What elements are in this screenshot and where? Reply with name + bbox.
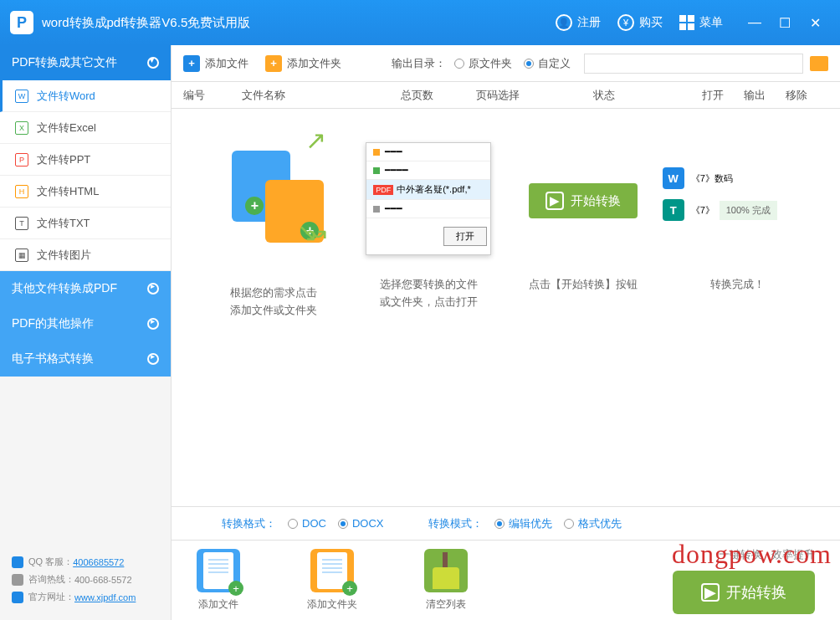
add-file-big-button[interactable]: + 添加文件 [197,549,240,612]
radio-format-priority[interactable]: 格式优先 [564,516,622,531]
play-icon: ▶ [545,192,564,210]
th-remove: 移除 [786,88,827,103]
chevron-down-icon [147,57,159,69]
app-logo-icon: P [10,11,33,34]
browse-folder-button[interactable] [810,56,828,71]
content-area: ++ 根据您的需求点击 添加文件或文件夹 ↝ ━━━ ━━━━ PDF中外著名疑… [172,109,840,506]
qq-link[interactable]: 4006685572 [73,557,124,567]
qq-support: QQ 客服：4006685572 [12,556,159,568]
minimize-button[interactable]: — [740,15,770,30]
main-panel: +添加文件 +添加文件夹 输出目录： 原文件夹 自定义 编号 文件名称 总页数 … [171,45,840,620]
step-3: ▶开始转换 点击【开始转换】按钮 ↘ [508,142,658,294]
format-label: 转换格式： [222,516,276,531]
word-icon: W [663,167,684,189]
step-2: ━━━ ━━━━ PDF中外著名疑(*.pdf,* ━━━ 打开 选择您要转换的… [353,142,504,311]
plus-icon: + [228,581,243,596]
open-button-mock: 打开 [443,227,487,246]
close-button[interactable]: ✕ [800,15,830,31]
step-1: ++ 根据您的需求点击 添加文件或文件夹 ↝ [198,142,349,320]
sidebar: PDF转换成其它文件 W文件转Word X文件转Excel P文件转PPT H文… [0,45,171,620]
sidebar-item-image[interactable]: ▦文件转图片 [0,239,171,271]
radio-original[interactable]: 原文件夹 [454,56,512,71]
arrow-icon: ↗ [305,126,326,155]
category-pdf-to-other[interactable]: PDF转换成其它文件 [0,45,171,80]
excel-icon: X [15,121,28,135]
image-icon: ▦ [15,249,28,262]
options-bar: 转换格式： DOC DOCX 转换模式： 编辑优先 格式优先 [172,506,840,540]
table-header: 编号 文件名称 总页数 页码选择 状态 打开 输出 移除 [172,82,840,109]
tagline: 一键转换 效率提升 [673,547,815,562]
play-icon: ▶ [701,583,720,602]
html-icon: H [15,185,28,198]
th-filename: 文件名称 [242,88,401,103]
buy-button[interactable]: ¥购买 [617,14,663,31]
add-folder-button[interactable]: +添加文件夹 [265,55,341,72]
sidebar-item-word[interactable]: W文件转Word [0,80,171,112]
clear-list-button[interactable]: 清空列表 [424,549,468,612]
register-button[interactable]: 👤注册 [556,14,601,31]
category-other-to-pdf[interactable]: 其他文件转换成PDF [0,271,171,306]
th-output: 输出 [744,88,786,103]
step-4: W《7》数码 T《7》100% 完成 转换完成！ [663,142,813,294]
radio-doc[interactable]: DOC [288,517,326,530]
radio-edit-priority[interactable]: 编辑优先 [494,516,552,531]
th-status: 状态 [593,88,702,103]
maximize-button[interactable]: ☐ [770,15,800,31]
start-convert-mock: ▶开始转换 [529,183,638,218]
th-pagesel: 页码选择 [476,88,593,103]
plus-icon: + [183,55,200,72]
sidebar-item-excel[interactable]: X文件转Excel [0,112,171,144]
grid-icon [679,15,694,30]
result-item: T《7》100% 完成 [663,199,813,221]
radio-custom[interactable]: 自定义 [524,56,571,71]
sidebar-item-ppt[interactable]: P文件转PPT [0,144,171,176]
th-open: 打开 [702,88,744,103]
toolbar: +添加文件 +添加文件夹 输出目录： 原文件夹 自定义 [172,45,840,82]
sidebar-item-html[interactable]: H文件转HTML [0,176,171,208]
step4-text: 转换完成！ [663,276,813,294]
qq-icon [12,556,23,568]
start-convert-button[interactable]: ▶开始转换 [673,571,815,614]
app-title: word转换成pdf转换器V6.5免费试用版 [42,15,556,31]
bottom-bar: + 添加文件 + 添加文件夹 清空列表 一键转换 效率提升 ▶开始转换 dong… [172,540,840,620]
ppt-icon: P [15,153,28,167]
mode-label: 转换模式： [428,516,483,531]
menu-button[interactable]: 菜单 [679,15,723,30]
chevron-right-icon [147,283,159,295]
file-dialog-mock: ━━━ ━━━━ PDF中外著名疑(*.pdf,* ━━━ 打开 [366,142,491,255]
step1-text: 根据您的需求点击 添加文件或文件夹 [198,284,349,320]
plus-icon: + [342,581,357,596]
step2-text: 选择您要转换的文件 或文件夹，点击打开 [353,276,504,311]
website-link[interactable]: www.xjpdf.com [74,592,136,602]
word-icon: W [15,90,28,103]
add-folder-big-button[interactable]: + 添加文件夹 [307,549,357,612]
footer-info: QQ 客服：4006685572 咨询热线：400-668-5572 官方网址：… [0,544,171,620]
step3-text: 点击【开始转换】按钮 [508,276,658,294]
phone-support: 咨询热线：400-668-5572 [12,573,159,586]
chevron-right-icon [147,318,159,330]
titlebar: P word转换成pdf转换器V6.5免费试用版 👤注册 ¥购买 菜单 — ☐ … [0,0,840,45]
th-index: 编号 [183,88,242,103]
txt-icon: T [15,217,28,230]
output-path-input[interactable] [584,54,803,74]
phone-icon [12,574,23,586]
website: 官方网址：www.xjpdf.com [12,591,159,603]
th-pages: 总页数 [401,88,476,103]
globe-icon [12,592,23,603]
arrow-icon: ↘ [297,218,318,247]
txt-icon: T [663,199,684,221]
chevron-right-icon [147,353,159,365]
add-file-button[interactable]: +添加文件 [183,55,248,72]
category-pdf-ops[interactable]: PDF的其他操作 [0,306,171,341]
done-badge: 100% 完成 [720,201,777,220]
radio-docx[interactable]: DOCX [338,517,384,530]
broom-icon [429,552,463,589]
sidebar-item-txt[interactable]: T文件转TXT [0,208,171,239]
result-item: W《7》数码 [663,167,813,189]
plus-icon: + [265,55,282,72]
output-label: 输出目录： [392,56,446,71]
user-icon: 👤 [556,14,572,31]
yen-icon: ¥ [617,14,634,31]
category-ebook[interactable]: 电子书格式转换 [0,341,171,377]
